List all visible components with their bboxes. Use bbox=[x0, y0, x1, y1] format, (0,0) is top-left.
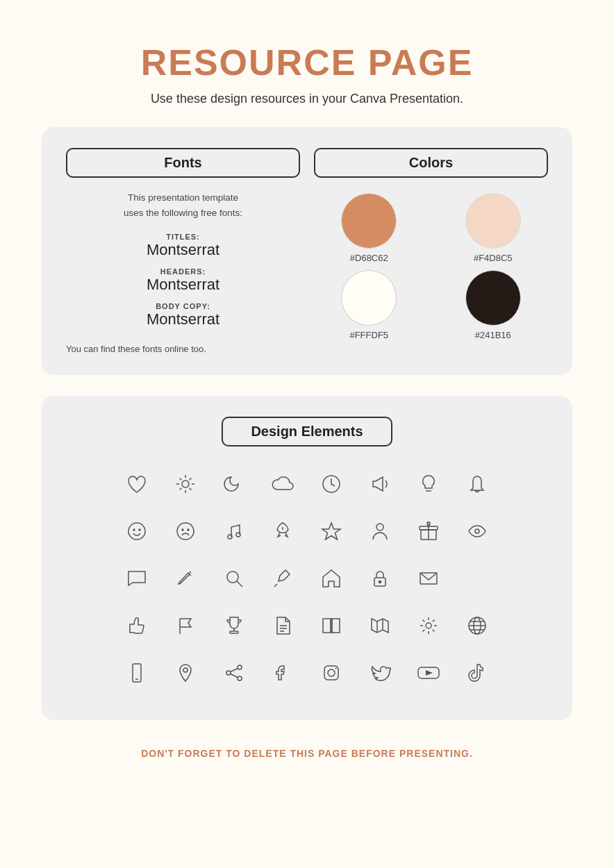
lock-icon bbox=[356, 558, 404, 599]
svg-point-13 bbox=[177, 523, 194, 540]
svg-point-14 bbox=[182, 529, 183, 531]
placeholder-icon bbox=[453, 558, 501, 599]
font-headers-name: Montserrat bbox=[66, 276, 300, 294]
svg-point-10 bbox=[128, 523, 145, 540]
icon-row-4 bbox=[66, 605, 548, 646]
svg-point-24 bbox=[475, 529, 479, 533]
location-icon bbox=[161, 652, 210, 694]
document-icon bbox=[258, 605, 307, 646]
svg-point-53 bbox=[238, 676, 242, 681]
font-titles-role: TITLES: bbox=[66, 233, 300, 241]
flag-icon bbox=[161, 605, 210, 646]
svg-rect-33 bbox=[230, 631, 238, 633]
color-item-3: #241B16 bbox=[465, 270, 521, 340]
icon-row-1 bbox=[66, 463, 548, 505]
svg-point-25 bbox=[227, 571, 238, 583]
rocket-icon bbox=[258, 510, 307, 552]
font-body-name: Montserrat bbox=[66, 310, 300, 328]
icons-grid bbox=[66, 463, 548, 699]
fonts-label: Fonts bbox=[66, 148, 300, 178]
color-circle-2 bbox=[341, 270, 397, 326]
svg-point-44 bbox=[426, 623, 431, 628]
color-hex-0: #D68C62 bbox=[350, 253, 388, 263]
book-icon bbox=[307, 605, 356, 646]
svg-marker-19 bbox=[322, 523, 340, 540]
color-item-1: #F4D8C5 bbox=[465, 193, 521, 263]
svg-point-0 bbox=[182, 481, 189, 487]
bell-icon bbox=[453, 463, 501, 505]
color-hex-3: #241B16 bbox=[475, 330, 511, 340]
color-hex-2: #FFFDF5 bbox=[349, 330, 388, 340]
sad-icon bbox=[161, 510, 210, 552]
phone-icon bbox=[113, 652, 161, 694]
color-hex-1: #F4D8C5 bbox=[474, 253, 513, 263]
svg-point-15 bbox=[188, 529, 189, 531]
font-entry-headers: HEADERS: Montserrat bbox=[66, 267, 300, 294]
twitter-icon bbox=[356, 652, 404, 694]
design-elements-label: Design Elements bbox=[222, 417, 392, 446]
page-subtitle: Use these design resources in your Canva… bbox=[151, 92, 463, 106]
tiktok-icon bbox=[453, 652, 501, 694]
pin-icon bbox=[258, 558, 307, 599]
svg-line-7 bbox=[190, 478, 192, 481]
globe-icon bbox=[453, 605, 501, 646]
lightbulb-icon bbox=[404, 463, 453, 505]
svg-point-29 bbox=[379, 581, 381, 583]
resources-row: Fonts This presentation template uses th… bbox=[66, 148, 548, 354]
fonts-intro: This presentation template uses the foll… bbox=[66, 190, 300, 220]
smile-icon bbox=[113, 510, 161, 552]
svg-line-5 bbox=[180, 478, 182, 481]
fonts-footer: You can find these fonts online too. bbox=[66, 344, 206, 354]
icon-row-3 bbox=[66, 558, 548, 599]
svg-point-51 bbox=[238, 665, 242, 669]
svg-point-20 bbox=[376, 524, 383, 531]
font-body-role: BODY COPY: bbox=[66, 302, 300, 310]
font-headers-role: HEADERS: bbox=[66, 267, 300, 276]
clock-icon bbox=[307, 463, 356, 505]
music-icon bbox=[210, 510, 258, 552]
person-icon bbox=[356, 510, 404, 552]
moon-icon bbox=[210, 463, 258, 505]
font-entry-titles: TITLES: Montserrat bbox=[66, 233, 300, 259]
home-icon bbox=[307, 558, 356, 599]
svg-point-50 bbox=[183, 668, 188, 672]
font-entry-body: BODY COPY: Montserrat bbox=[66, 302, 300, 328]
color-item-2: #FFFDF5 bbox=[341, 270, 397, 340]
svg-line-6 bbox=[190, 488, 192, 490]
share-icon bbox=[210, 652, 258, 694]
trophy-icon bbox=[210, 605, 258, 646]
youtube-icon bbox=[404, 652, 453, 694]
color-item-0: #D68C62 bbox=[341, 193, 397, 263]
sun-icon bbox=[161, 463, 210, 505]
svg-line-26 bbox=[237, 581, 242, 587]
gift-icon bbox=[404, 510, 453, 552]
star-icon bbox=[307, 510, 356, 552]
svg-point-58 bbox=[335, 668, 337, 669]
svg-line-8 bbox=[180, 488, 182, 490]
svg-point-12 bbox=[139, 529, 140, 531]
svg-line-55 bbox=[231, 674, 238, 678]
svg-marker-60 bbox=[426, 670, 433, 676]
svg-point-11 bbox=[133, 529, 135, 531]
colors-column: Colors #D68C62 #F4D8C5 #FFFDF5 #241B16 bbox=[314, 148, 548, 354]
icon-row-2 bbox=[66, 510, 548, 552]
svg-marker-41 bbox=[372, 619, 388, 633]
resources-card: Fonts This presentation template uses th… bbox=[42, 127, 572, 375]
svg-line-27 bbox=[274, 584, 277, 587]
design-elements-card: Design Elements bbox=[42, 396, 572, 720]
color-circle-0 bbox=[341, 193, 397, 249]
color-circle-1 bbox=[465, 193, 521, 249]
svg-line-54 bbox=[231, 669, 238, 672]
font-titles-name: Montserrat bbox=[66, 241, 300, 259]
map-icon bbox=[356, 605, 404, 646]
color-circle-3 bbox=[465, 270, 521, 326]
cloud-icon bbox=[258, 463, 307, 505]
facebook-icon bbox=[258, 652, 307, 694]
pencil-icon bbox=[161, 558, 210, 599]
heart-icon bbox=[113, 463, 161, 505]
settings-icon bbox=[404, 605, 453, 646]
megaphone-icon bbox=[356, 463, 404, 505]
chat-icon bbox=[113, 558, 161, 599]
eye-icon bbox=[453, 510, 501, 552]
colors-grid: #D68C62 #F4D8C5 #FFFDF5 #241B16 bbox=[314, 193, 548, 340]
